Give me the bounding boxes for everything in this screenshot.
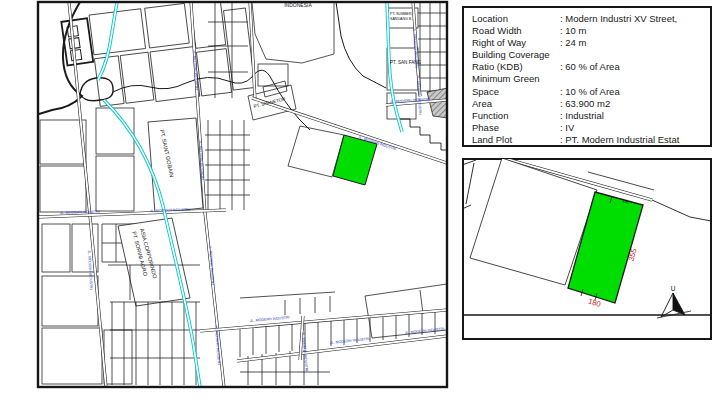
info-value: : Industrial: [560, 110, 710, 122]
main-map[interactable]: INDONESIA PT. SUMBER SANDANG B. PT. SAN …: [39, 0, 448, 387]
street-name-label: JL. MODERN INDUSTRI: [208, 245, 215, 285]
north-arrow-dark-half: [673, 293, 685, 315]
info-value: : IV: [560, 122, 710, 134]
info-value: : 10 % of Area: [560, 86, 710, 98]
north-arrow: U: [657, 285, 691, 318]
street-name-label: JL. MODERN INDUSTRI: [301, 332, 308, 372]
info-row-minimum-green: Minimum Green: [472, 73, 710, 85]
street-name-label: JL. MODERN INDUSTRI: [192, 50, 199, 90]
street-name-label: JL. MODERN INDUSTRI: [405, 327, 445, 335]
info-row-function: Function : Industrial: [472, 110, 710, 122]
info-value: : 24 m: [560, 37, 710, 49]
roads: [39, 2, 447, 387]
street-name-label: JL. MODERN INDUSTRI: [87, 250, 93, 290]
info-value: : 63.900 m2: [560, 98, 710, 110]
info-row-road-width: Road Width : 10 m: [472, 25, 710, 37]
staircase-parcels: [400, 119, 447, 150]
info-value: : Modern Industri XV Street,: [560, 13, 710, 25]
info-value: : 60 % of Area: [560, 61, 710, 73]
north-label: U: [671, 285, 676, 292]
street-name-label: JL. MODERN INDUSTRI: [416, 75, 422, 115]
info-label: Location: [472, 13, 560, 25]
info-value: : 10 m: [560, 25, 710, 37]
info-row-location: Location : Modern Industri XV Street,: [472, 13, 710, 25]
info-label: Space: [472, 86, 560, 98]
info-row-phase: Phase : IV: [472, 122, 710, 134]
building-footprint: [61, 18, 93, 65]
label-sumber-1: PT. SUMBER: [390, 12, 412, 16]
street-name-label: JL. MODERN INDUSTRI: [250, 316, 290, 323]
dimension-length-label: 355: [626, 248, 638, 263]
pond-outline: [80, 78, 113, 101]
info-row-space: Space : 10 % of Area: [472, 86, 710, 98]
info-value: [560, 73, 710, 85]
info-label: Phase: [472, 122, 560, 134]
info-row-land-plot: Land Plot : PT. Modern Industrial Estat: [472, 134, 710, 146]
info-label: Minimum Green: [472, 73, 560, 85]
info-label: Land Plot: [472, 134, 560, 146]
detail-map[interactable]: 180 180 355 U: [450, 143, 711, 318]
info-label: Building Coverage: [472, 49, 560, 61]
canal: [98, 2, 402, 387]
info-value: : PT. Modern Industrial Estat: [560, 134, 710, 146]
north-arrow-light-half: [661, 293, 673, 317]
info-row-area: Area : 63.900 m2: [472, 98, 710, 110]
site-plan-page: Location : Modern Industri XV Street, Ro…: [0, 0, 720, 420]
info-label: Area: [472, 98, 560, 110]
info-label: Right of Way: [472, 37, 560, 49]
info-row-right-of-way: Right of Way : 24 m: [472, 37, 710, 49]
saint-gobain-parcel: [148, 118, 203, 213]
label-sumber-2: SANDANG B.: [390, 17, 412, 21]
info-row-ratio-kdb: Ratio (KDB) : 60 % of Area: [472, 61, 710, 73]
info-label: Function: [472, 110, 560, 122]
street-name-label: JL. MODERN INDUSTRI: [330, 337, 370, 345]
plot-info-panel: Location : Modern Industri XV Street, Ro…: [462, 6, 712, 147]
info-value: [560, 49, 710, 61]
info-label: Road Width: [472, 25, 560, 37]
hatched-parcel: [427, 88, 448, 118]
info-row-building-coverage: Building Coverage: [472, 49, 710, 61]
info-label: Ratio (KDB): [472, 61, 560, 73]
